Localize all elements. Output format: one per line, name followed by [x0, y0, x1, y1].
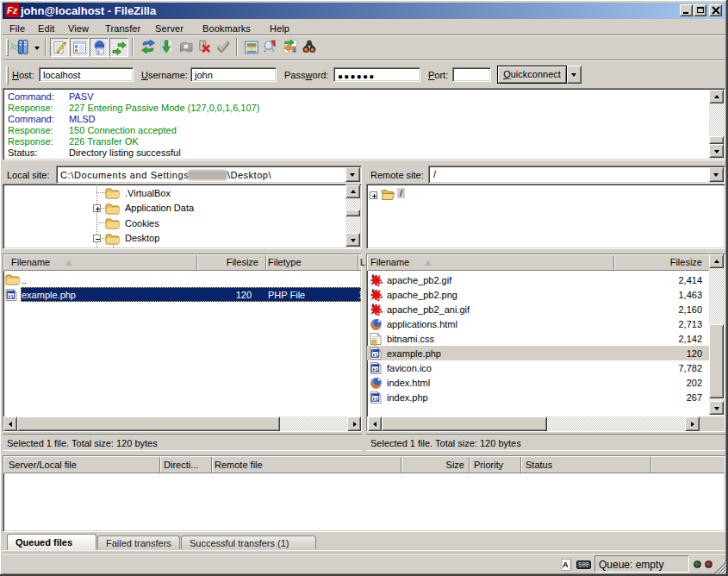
svg-text:A: A [563, 560, 569, 569]
svg-text:Fz: Fz [7, 5, 18, 16]
